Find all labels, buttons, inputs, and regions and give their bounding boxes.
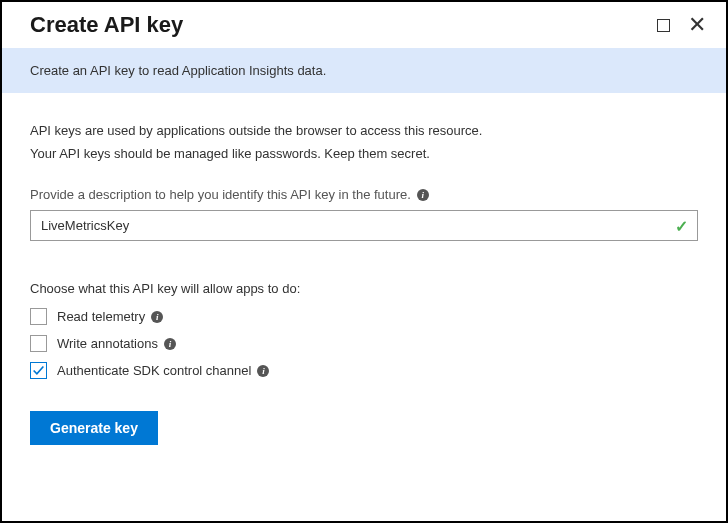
description-input[interactable]: [30, 210, 698, 241]
info-icon[interactable]: i: [417, 189, 429, 201]
permissions-title: Choose what this API key will allow apps…: [30, 281, 698, 296]
description-input-wrap: ✓: [30, 210, 698, 241]
checkbox-label-authenticate-sdk: Authenticate SDK control channel i: [57, 363, 269, 378]
checkbox-write-annotations[interactable]: [30, 335, 47, 352]
info-icon[interactable]: i: [151, 311, 163, 323]
generate-key-button[interactable]: Generate key: [30, 411, 158, 445]
description-line-1: API keys are used by applications outsid…: [30, 123, 698, 138]
window-controls: ✕: [657, 14, 706, 36]
info-icon[interactable]: i: [257, 365, 269, 377]
dialog-header: Create API key ✕: [2, 2, 726, 48]
maximize-icon[interactable]: [657, 19, 670, 32]
permission-row-write-annotations: Write annotations i: [30, 335, 698, 352]
description-field-label: Provide a description to help you identi…: [30, 187, 698, 202]
description-field-section: Provide a description to help you identi…: [30, 187, 698, 241]
close-icon[interactable]: ✕: [688, 14, 706, 36]
checkbox-authenticate-sdk[interactable]: [30, 362, 47, 379]
permissions-section: Choose what this API key will allow apps…: [30, 281, 698, 379]
checkbox-read-telemetry[interactable]: [30, 308, 47, 325]
description-line-2: Your API keys should be managed like pas…: [30, 146, 698, 161]
permission-row-authenticate-sdk: Authenticate SDK control channel i: [30, 362, 698, 379]
valid-check-icon: ✓: [675, 216, 688, 235]
banner-text: Create an API key to read Application In…: [30, 63, 326, 78]
permission-row-read-telemetry: Read telemetry i: [30, 308, 698, 325]
checkbox-label-read-telemetry: Read telemetry i: [57, 309, 163, 324]
dialog-content: API keys are used by applications outsid…: [2, 93, 726, 465]
dialog-title: Create API key: [30, 12, 183, 38]
info-banner: Create an API key to read Application In…: [2, 48, 726, 93]
info-icon[interactable]: i: [164, 338, 176, 350]
checkbox-label-write-annotations: Write annotations i: [57, 336, 176, 351]
